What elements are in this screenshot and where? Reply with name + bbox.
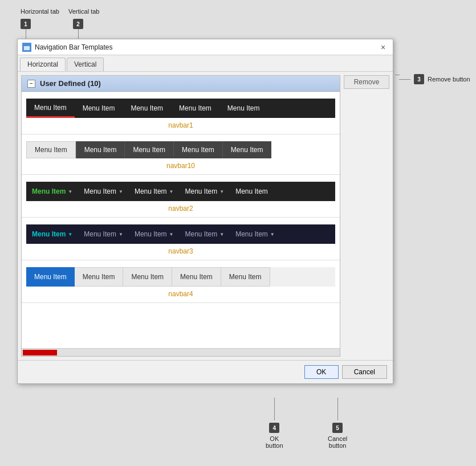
tab-horizontal[interactable]: Horizontal (20, 58, 66, 71)
list-item[interactable]: Menu Item Menu Item Menu Item Menu Item … (22, 260, 340, 303)
remove-button[interactable]: Remove (344, 75, 389, 89)
navbar3-preview: Menu Item ▼ Menu Item ▼ Menu Item ▼ Menu… (26, 224, 335, 244)
content-panel: − User Defined (10) Menu Item Menu Item … (21, 75, 340, 357)
dialog-icon (22, 43, 31, 52)
collapse-icon[interactable]: − (27, 80, 35, 88)
connector-1 (26, 29, 26, 39)
dialog-titlebar: Navigation Bar Templates × (18, 39, 393, 55)
navbar4-label: navbar4 (26, 290, 335, 298)
nav-dark-1: Menu Item Menu Item Menu Item Menu Item … (26, 99, 335, 118)
scroll-content[interactable]: Menu Item Menu Item Menu Item Menu Item … (22, 92, 340, 348)
nav-mixed-10: Menu Item Menu Item Menu Item Menu Item … (26, 141, 335, 158)
scrollbar-indicator (22, 348, 340, 356)
navbar3-label: navbar3 (26, 247, 335, 255)
dialog-window: Navigation Bar Templates × Horizontal Ve… (17, 39, 393, 384)
nav-dark-2: Menu Item ▼ Menu Item ▼ Menu Item ▼ Menu… (26, 182, 335, 201)
close-button[interactable]: × (378, 42, 388, 52)
dialog-title: Navigation Bar Templates (35, 43, 113, 51)
list-item[interactable]: Menu Item Menu Item Menu Item Menu Item … (22, 134, 340, 175)
list-item[interactable]: Menu Item ▼ Menu Item ▼ Menu Item ▼ Menu… (22, 218, 340, 260)
tab-vertical[interactable]: Vertical (67, 58, 104, 71)
nav-blue-4: Menu Item Menu Item Menu Item Menu Item … (26, 267, 335, 287)
annotation-1-label: Horizontal tab (21, 8, 59, 15)
list-item[interactable]: Menu Item Menu Item Menu Item Menu Item … (22, 92, 340, 134)
badge-1: 1 (21, 19, 31, 29)
navbar10-label: navbar10 (26, 162, 335, 170)
right-annotation-3: 3 Remove button (399, 74, 470, 84)
bottom-line-ok: 4 OK button (266, 398, 283, 449)
dialog-footer: OK Cancel (18, 360, 393, 383)
section-header: − User Defined (10) (22, 76, 340, 92)
navbar2-label: navbar2 (26, 205, 335, 212)
badge-2: 2 (73, 19, 83, 29)
connector-2 (78, 29, 79, 39)
section-title: User Defined (10) (40, 79, 101, 88)
cancel-button[interactable]: Cancel (342, 365, 387, 379)
bottom-line-cancel: 5 Cancel button (328, 398, 347, 449)
navbar4-preview: Menu Item Menu Item Menu Item Menu Item … (26, 267, 335, 287)
navbar1-label: navbar1 (26, 121, 335, 129)
tab-bar: Horizontal Vertical (18, 55, 393, 72)
dialog-body: − User Defined (10) Menu Item Menu Item … (18, 72, 393, 360)
annotation-2-label: Vertical tab (68, 8, 99, 15)
list-item[interactable]: Menu Item ▼ Menu Item ▼ Menu Item ▼ Menu… (22, 175, 340, 218)
ok-button[interactable]: OK (304, 365, 339, 379)
sidebar-panel: Remove (344, 75, 389, 357)
navbar1-preview: Menu Item Menu Item Menu Item Menu Item … (26, 99, 335, 118)
navbar2-preview: Menu Item ▼ Menu Item ▼ Menu Item ▼ Menu… (26, 182, 335, 201)
navbar10-preview: Menu Item Menu Item Menu Item Menu Item … (26, 141, 335, 158)
nav-teal-3: Menu Item ▼ Menu Item ▼ Menu Item ▼ Menu… (26, 224, 335, 244)
svg-rect-1 (24, 44, 30, 46)
